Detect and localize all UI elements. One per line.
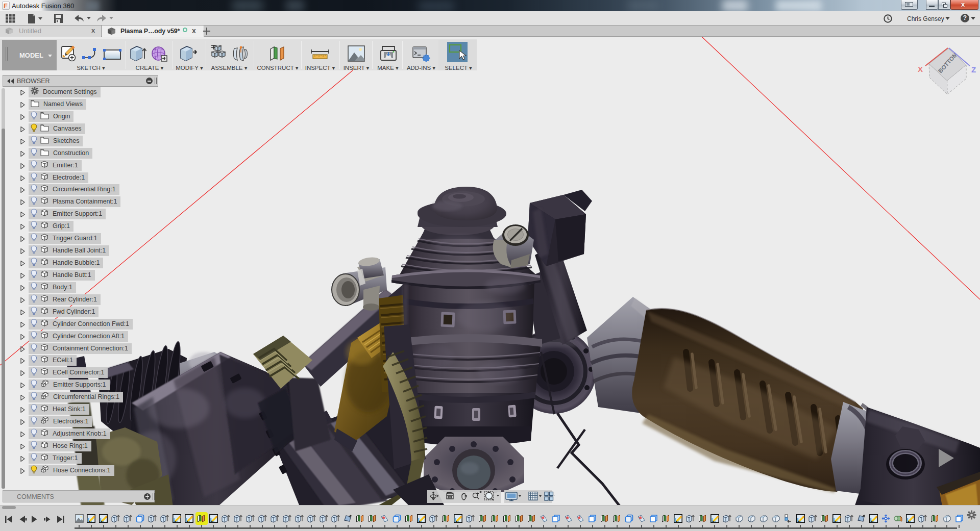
svg-text:X: X xyxy=(918,65,923,73)
svg-text:Z: Z xyxy=(971,65,976,74)
